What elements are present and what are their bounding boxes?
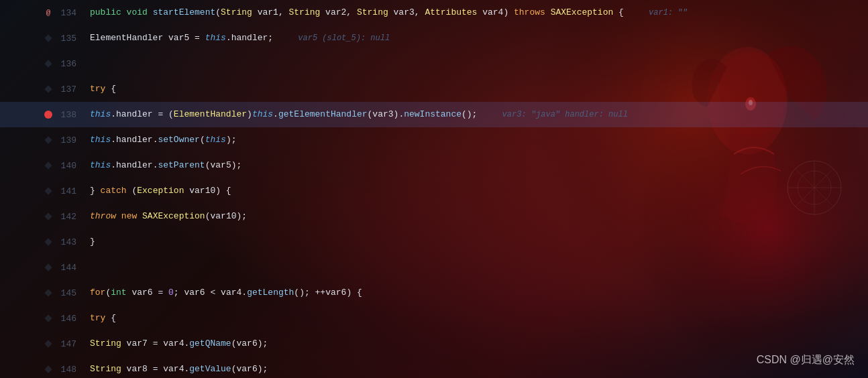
line-content: } [87,229,868,255]
token-kw-catch: catch [101,186,127,196]
token-punct [137,211,142,221]
token-punct: (); [294,288,315,298]
code-line: 140 this.handler.setParent(var5); [0,153,868,178]
token-var-name: var4 [163,338,184,349]
code-line: 147 String var7 = var4.getQName(var6); [0,331,868,357]
token-class-name: String [90,364,121,374]
editor-container: @134public void startElement(String var1… [0,0,868,378]
token-method-name: setParent [158,160,205,170]
watermark: CSDN @归遇@安然 [757,353,855,367]
line-gutter: 148 [0,364,87,375]
token-kw-throw: throw [90,211,116,221]
gutter-icon [43,364,54,375]
line-content: String var8 = var4.getValue(var6); [87,357,868,378]
token-var-name: var10 [184,186,215,196]
line-gutter: 146 [0,313,87,324]
token-punct: , [346,7,357,17]
token-punct: ) { [215,186,231,196]
gutter-icon [43,237,54,247]
line-gutter: 144 [0,262,87,273]
token-var-name: var5 [210,160,231,170]
gutter-icon: @ [43,7,54,18]
token-kw-this: this [90,135,111,145]
line-number: 134 [56,8,76,18]
token-kw-public: public [90,7,127,17]
line-content: throw new SAXException(var10); [87,204,868,229]
token-punct: < [205,288,221,298]
line-number: 144 [56,263,76,273]
line-content: try { [87,76,868,102]
token-punct: = ( [153,109,174,119]
token-var-name: var6 [237,364,258,374]
token-var-name: var6 [184,288,205,298]
token-punct: { [105,313,116,323]
line-gutter: 142 [0,211,87,222]
token-var-name: var5 [168,33,189,43]
token-num-lit: 0 [168,288,174,298]
code-line: 139 this.handler.setOwner(this); [0,127,868,153]
line-gutter: 135 [0,33,87,44]
line-content: for(int var6 = 0; var6 < var4.getLength(… [87,280,868,306]
token-punct: ; [268,33,273,43]
line-content: } catch (Exception var10) { [87,178,868,204]
line-gutter: 145 [0,288,87,298]
token-method-name: startElement [153,7,216,17]
token-var-name: var6 [127,288,153,298]
code-line: 143 } [0,229,868,255]
token-method-name: getQName [189,338,231,349]
token-class-name: String [221,7,252,17]
token-var-name: var2 [320,7,346,17]
token-class-name: ElementHandler [174,109,247,119]
line-gutter: @134 [0,7,87,18]
code-area: @134public void startElement(String var1… [0,0,868,378]
token-punct: . [111,160,116,170]
token-punct: (); [462,109,477,119]
line-gutter: 147 [0,338,87,349]
breakpoint-icon[interactable] [44,111,52,119]
line-number: 148 [56,365,76,375]
token-punct: { [613,7,624,17]
token-punct: ); [237,211,248,221]
token-punct: ++ [315,288,326,298]
token-kw-try: try [90,84,105,94]
token-punct: ). [394,109,404,119]
token-punct: } [90,186,101,196]
token-punct: . [273,109,278,119]
code-line: 135 ElementHandler var5 = this.handler; … [0,25,868,51]
code-line: 144 [0,255,868,280]
gutter-icon [43,58,54,69]
token-punct: ( [200,135,205,145]
token-var-name: var1 [252,7,278,17]
line-number: 140 [56,161,76,171]
gutter-icon [43,211,54,222]
gutter-icon [43,186,54,196]
line-gutter: 143 [0,237,87,247]
token-punct: ( [215,7,221,17]
token-class-name: String [357,7,388,17]
token-var-name: handler [116,160,153,170]
line-number: 147 [56,339,76,349]
token-punct: = [153,288,168,298]
token-punct: = [148,338,163,349]
line-gutter: 138 [0,109,87,120]
code-line: 148 String var8 = var4.getValue(var6); [0,357,868,378]
line-content: public void startElement(String var1, St… [87,0,868,25]
token-kw-void: void [127,7,153,17]
token-var-name: handler [116,135,153,145]
gutter-icon [43,313,54,324]
token-punct: } [90,237,95,247]
token-punct: ; [174,288,184,298]
token-var-name: handler [231,33,268,43]
line-number: 145 [56,288,76,298]
token-var-name: handler [116,109,153,119]
token-punct: ) [247,109,252,119]
token-method-name: getValue [189,364,231,374]
token-method-name: setOwner [158,135,199,145]
token-kw-for: for [90,288,105,298]
token-punct: ) { [346,288,362,298]
code-line: 138 this.handler = (ElementHandler)this.… [0,102,868,127]
line-number: 141 [56,186,76,196]
line-number: 138 [56,110,76,120]
token-punct: . [111,109,116,119]
line-number: 137 [56,84,76,94]
